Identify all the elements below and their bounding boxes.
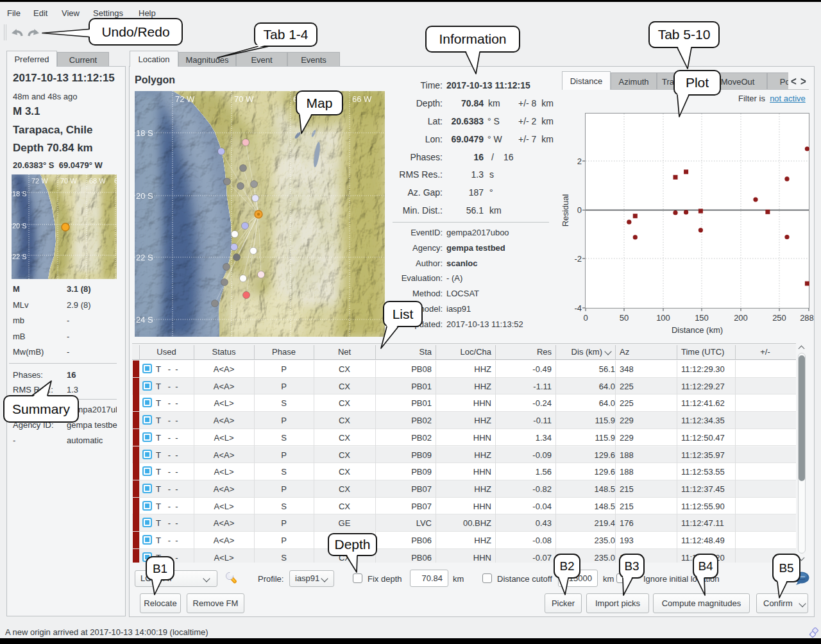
svg-text:Residual: Residual [562,194,570,227]
svg-text:70 W: 70 W [234,94,254,104]
svg-text:-2: -2 [574,254,582,264]
svg-text:100: 100 [656,313,670,323]
svg-text:2: 2 [577,157,582,166]
svg-text:150: 150 [695,313,709,323]
svg-text:Distance (km): Distance (km) [672,325,723,335]
svg-text:200: 200 [734,313,748,323]
svg-text:18 S: 18 S [136,128,153,138]
svg-text:24 S: 24 S [136,315,153,325]
svg-text:22 S: 22 S [12,253,27,260]
svg-text:72 W: 72 W [175,94,195,104]
svg-text:50: 50 [620,313,629,323]
svg-text:-4: -4 [574,303,582,313]
svg-text:22 S: 22 S [136,253,153,262]
svg-text:68 W: 68 W [89,177,106,185]
svg-text:20 S: 20 S [12,222,27,230]
svg-text:0: 0 [577,205,582,215]
svg-text:0: 0 [583,313,588,323]
svg-text:288: 288 [800,313,814,323]
svg-text:250: 250 [772,313,786,323]
svg-text:18 S: 18 S [12,190,27,198]
svg-text:6: 6 [114,177,117,185]
svg-text:70 W: 70 W [60,177,77,185]
svg-text:20 S: 20 S [136,191,153,201]
svg-text:68 W: 68 W [293,94,313,104]
svg-text:72 W: 72 W [31,177,48,185]
